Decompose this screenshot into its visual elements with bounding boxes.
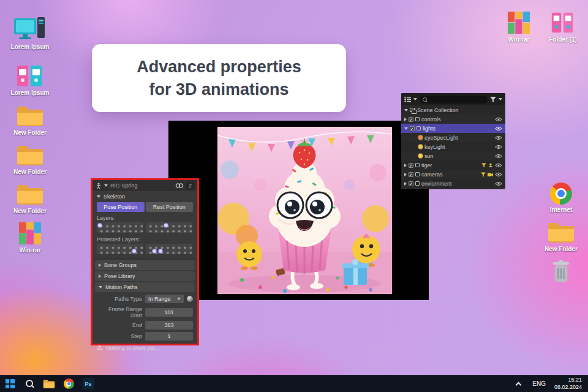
eye-icon[interactable]: [495, 145, 502, 149]
protected-layers-grid-right[interactable]: [146, 244, 192, 254]
desktop-icon-label: New Folder: [6, 208, 54, 214]
frame-range-start-input[interactable]: 101: [145, 308, 193, 317]
chevron-right-icon: [99, 263, 101, 267]
tree-label: enviornment: [421, 181, 493, 187]
desktop-icon-winrar[interactable]: Win-rar: [6, 219, 54, 254]
collection-checkbox[interactable]: ✓: [410, 126, 415, 131]
motion-paths-section-header[interactable]: Motion Paths: [95, 282, 195, 292]
eye-icon[interactable]: [495, 126, 502, 131]
desktop-icon-folder-3[interactable]: New Folder: [6, 180, 54, 214]
tree-label: tiger: [421, 162, 480, 168]
eye-icon[interactable]: [495, 154, 502, 159]
outliner-row-sun[interactable]: sun: [401, 151, 505, 160]
bone-groups-section-header[interactable]: Bone Groups: [95, 260, 195, 270]
video-frame: [168, 121, 429, 300]
pose-library-section-header[interactable]: Pose Library: [95, 271, 195, 281]
outliner-row-enviornment[interactable]: ✓ enviornment: [401, 179, 505, 188]
collection-checkbox[interactable]: ✓: [409, 117, 413, 122]
step-input[interactable]: 1: [145, 332, 193, 341]
taskbar-chrome[interactable]: [59, 375, 78, 392]
chevron-down-icon: [104, 184, 108, 187]
folder-icon: [6, 180, 54, 206]
desktop-icon-label: Lorem Ipsum: [6, 89, 54, 96]
windows-logo-icon: [6, 379, 15, 388]
link-chain-icon[interactable]: [175, 183, 184, 188]
collection-checkbox[interactable]: ✓: [409, 181, 413, 186]
desktop-icon-label: New Folder: [537, 246, 585, 252]
outliner-row-tiger[interactable]: ✓ tiger: [401, 160, 505, 170]
filter-funnel-icon[interactable]: [490, 97, 496, 102]
tree-label: cameras: [421, 172, 479, 178]
end-input[interactable]: 363: [145, 321, 193, 330]
chevron-right-icon[interactable]: [404, 118, 407, 121]
outliner-row-lights[interactable]: ✓ lights: [401, 124, 505, 133]
collection-icon: [410, 108, 415, 113]
chevron-down-icon[interactable]: [404, 127, 408, 130]
tray-expand-button[interactable]: [510, 375, 526, 392]
desktop-icon-computer[interactable]: Lorem Ipsum: [6, 16, 54, 50]
collection-checkbox[interactable]: ✓: [409, 163, 413, 168]
skeleton-section-header[interactable]: Skeleton: [92, 191, 197, 201]
language-indicator[interactable]: ENG: [526, 380, 552, 387]
chevron-down-icon: [97, 195, 100, 198]
tree-label: eyeSpecLight: [424, 135, 493, 141]
armature-name[interactable]: RiG-Spring: [110, 183, 173, 189]
desktop-icon-internet[interactable]: Internet: [537, 179, 585, 213]
users-count-badge[interactable]: 2: [186, 182, 194, 189]
title-line-1: Advanced properties: [137, 56, 301, 78]
chevron-right-icon[interactable]: [404, 164, 407, 167]
desktop-icon-label: Internet: [537, 206, 585, 213]
desktop-icon-binders[interactable]: Lorem Ipsum: [6, 62, 54, 96]
eye-icon[interactable]: [495, 163, 502, 168]
filter-funnel-yellow-icon[interactable]: [481, 163, 486, 168]
sun-light-icon: [418, 154, 423, 158]
outliner-row-cameras[interactable]: ✓ cameras: [401, 170, 505, 179]
trash-icon: [537, 257, 585, 283]
armature-id-header[interactable]: RiG-Spring 2: [92, 180, 197, 191]
eye-icon[interactable]: [495, 172, 502, 177]
outliner-row-eyespeclight[interactable]: eyeSpecLight: [401, 133, 505, 142]
display-mode-icon[interactable]: [187, 296, 193, 302]
warning-text: Nothing to show yet...: [106, 345, 159, 351]
outliner-row-keylight[interactable]: keyLight: [401, 142, 505, 151]
chevron-right-icon[interactable]: [404, 182, 407, 186]
outliner-search-input[interactable]: [429, 97, 484, 102]
outliner-search[interactable]: [420, 96, 488, 104]
chevron-down-icon[interactable]: [413, 98, 417, 100]
desktop-icon-winrar-top[interactable]: Win-rar: [495, 9, 543, 43]
search-icon: [423, 97, 427, 102]
layers-grid-right[interactable]: [146, 222, 192, 233]
desktop-icon-folder-1[interactable]: New Folder: [6, 102, 54, 136]
desktop-icon-folder-right[interactable]: New Folder: [537, 218, 585, 252]
eye-icon[interactable]: [495, 181, 502, 186]
taskbar-clock[interactable]: 15:21 08.02.2024: [552, 377, 588, 391]
desktop-icon-folder-binders[interactable]: Folder (1): [539, 9, 587, 43]
outliner-editor-icon[interactable]: [404, 97, 411, 102]
chevron-right-icon[interactable]: [404, 173, 407, 176]
taskbar-file-explorer[interactable]: [39, 375, 59, 392]
protected-layers-grid-left[interactable]: [97, 244, 143, 254]
paths-type-dropdown[interactable]: In Range: [145, 295, 184, 303]
layers-grid-left[interactable]: [97, 222, 143, 233]
chevron-down-icon[interactable]: [499, 98, 502, 100]
taskbar-search-button[interactable]: [20, 375, 39, 392]
rest-position-button[interactable]: Rest Position: [146, 202, 194, 212]
collection-icon: [415, 172, 420, 176]
start-button[interactable]: [0, 375, 20, 392]
camera-icon[interactable]: [488, 172, 493, 176]
collection-icon: [415, 181, 420, 186]
collection-checkbox[interactable]: ✓: [409, 172, 413, 177]
desktop-icon-folder-2[interactable]: New Folder: [6, 141, 54, 175]
filter-funnel-yellow-icon[interactable]: [481, 172, 486, 177]
eye-icon[interactable]: [495, 117, 502, 122]
pose-position-button[interactable]: Pose Position: [97, 202, 145, 212]
taskbar-photoshop[interactable]: Ps: [78, 375, 98, 392]
tree-label: sun: [424, 153, 493, 159]
desktop-icon-recycle-bin[interactable]: [537, 257, 585, 283]
eye-icon[interactable]: [495, 135, 502, 140]
outliner-row-controls[interactable]: ✓ controls: [401, 115, 505, 124]
pose-marker-icon[interactable]: [488, 163, 493, 168]
chevron-down-icon[interactable]: [404, 109, 408, 111]
outliner-row-scene-collection[interactable]: Scene Collection: [401, 105, 505, 115]
photoshop-icon: Ps: [83, 378, 94, 390]
